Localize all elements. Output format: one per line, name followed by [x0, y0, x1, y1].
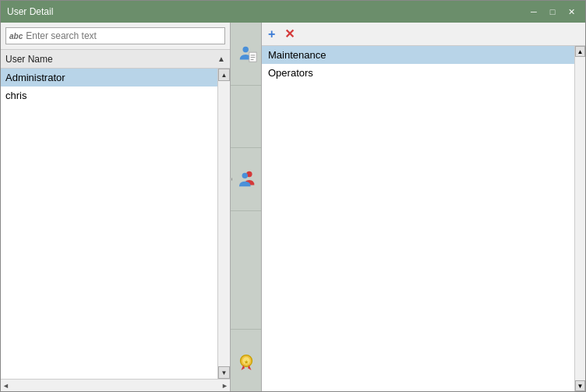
- user-groups-icon-area: [234, 23, 261, 85]
- user-groups-icon: [238, 44, 258, 64]
- scroll-down-button[interactable]: ▼: [575, 380, 585, 391]
- left-panel-inner: Administrator chris ▲ ▼: [1, 69, 230, 379]
- user-role-icon-area: [234, 148, 261, 210]
- scroll-track: [575, 57, 585, 380]
- remove-group-button[interactable]: ✕: [283, 26, 296, 41]
- user-groups-tab[interactable]: [231, 23, 261, 86]
- search-input[interactable]: [26, 30, 221, 41]
- scroll-left-button[interactable]: ◄: [2, 382, 9, 390]
- window-body: abc User Name ▲ Administrator chris ▲: [1, 23, 585, 391]
- user-role-tab[interactable]: ········: [231, 148, 261, 211]
- search-input-wrap[interactable]: abc: [5, 27, 225, 44]
- title-bar: User Detail ─ □ ✕: [1, 1, 585, 23]
- svg-text:★: ★: [244, 358, 249, 365]
- left-bottom-scroll: ◄ ►: [1, 379, 230, 391]
- search-prefix: abc: [9, 32, 23, 41]
- user-list-header: User Name ▲: [1, 50, 230, 69]
- svg-point-6: [242, 173, 247, 178]
- scroll-right-button[interactable]: ►: [221, 382, 228, 390]
- right-toolbar: + ✕: [262, 23, 585, 46]
- middle-panel: ········: [231, 23, 262, 391]
- sort-arrow-icon: ▲: [217, 55, 225, 63]
- main-window: User Detail ─ □ ✕ abc User Name ▲: [0, 0, 586, 392]
- certificate-tab[interactable]: ★: [231, 329, 261, 391]
- list-item[interactable]: Administrator: [1, 69, 217, 87]
- right-scrollbar: ▲ ▼: [574, 46, 585, 391]
- add-group-button[interactable]: +: [267, 27, 277, 41]
- scroll-down-button[interactable]: ▼: [218, 366, 230, 379]
- horizontal-scroll: ◄ ►: [1, 382, 230, 390]
- scroll-up-button[interactable]: ▲: [575, 46, 585, 57]
- user-list: Administrator chris: [1, 69, 217, 379]
- certificate-icon: ★: [236, 351, 256, 371]
- list-item[interactable]: chris: [1, 87, 217, 104]
- user-name-column-header: User Name: [5, 54, 217, 65]
- left-panel: abc User Name ▲ Administrator chris ▲: [1, 23, 231, 391]
- right-panel: + ✕ Maintenance Operators ▲ ▼: [262, 23, 585, 391]
- close-button[interactable]: ✕: [563, 5, 579, 19]
- user-role-icon: [237, 169, 259, 189]
- list-item[interactable]: Maintenance: [262, 46, 585, 64]
- group-list: Maintenance Operators ▲ ▼: [262, 46, 585, 391]
- window-title: User Detail: [7, 6, 53, 17]
- maximize-button[interactable]: □: [545, 5, 560, 19]
- middle-spacer: [231, 86, 261, 148]
- left-scroll: ▲ ▼: [217, 69, 230, 379]
- user-list-container: Administrator chris: [1, 69, 217, 379]
- scroll-up-button[interactable]: ▲: [218, 69, 230, 81]
- list-item[interactable]: Operators: [262, 64, 585, 82]
- svg-point-0: [242, 47, 248, 52]
- minimize-button[interactable]: ─: [526, 5, 542, 19]
- search-bar: abc: [1, 23, 230, 50]
- title-bar-controls: ─ □ ✕: [526, 5, 579, 19]
